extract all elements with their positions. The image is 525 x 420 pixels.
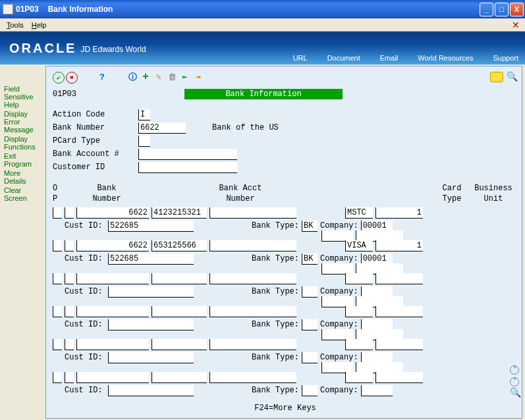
grid-op[interactable] (53, 273, 62, 284)
grid-acct-ext[interactable] (209, 339, 296, 350)
grid-business-unit[interactable] (375, 273, 423, 284)
input-customer-id[interactable] (138, 162, 237, 173)
grid-business-unit[interactable] (375, 339, 423, 350)
grid-bank-number[interactable] (76, 372, 149, 383)
sidebar-item-display-functions[interactable]: Display Functions (4, 134, 41, 151)
grid-acct-ext[interactable] (209, 273, 296, 284)
grid-business-unit[interactable] (375, 207, 423, 219)
zoom-icon[interactable]: 🔍 (510, 389, 519, 398)
grid-cust-id[interactable] (108, 286, 194, 298)
grid-acct-number[interactable] (152, 372, 207, 383)
grid-cust-id[interactable] (108, 352, 194, 363)
import-icon[interactable]: ⇥ (192, 72, 204, 84)
help-icon[interactable]: ? (96, 72, 108, 84)
grid-row (53, 371, 518, 384)
input-bank-number[interactable] (138, 122, 186, 134)
minimize-button[interactable]: _ (480, 3, 493, 16)
export-icon[interactable]: ⇤ (179, 72, 191, 84)
grid-card-type[interactable] (345, 339, 373, 350)
close-button[interactable]: X (510, 3, 524, 16)
edit-icon[interactable]: ✎ (153, 72, 165, 84)
message-icon[interactable] (490, 72, 503, 82)
label-cust-id: Cust ID: (65, 254, 105, 263)
sidebar-item-clear-screen[interactable]: Clear Screen (4, 186, 41, 203)
grid-x[interactable] (65, 207, 74, 219)
sidebar-item-field-sensitive-help[interactable]: Field Sensitive Help (4, 84, 41, 109)
input-bank-account[interactable] (138, 149, 237, 160)
grid-card-type[interactable] (345, 273, 373, 284)
menu-help[interactable]: Help (28, 20, 51, 30)
grid-bank-type[interactable] (302, 352, 318, 363)
label-bank-type: Bank Type: (252, 287, 299, 296)
grid-x[interactable] (65, 240, 74, 251)
grid-acct-ext[interactable] (209, 207, 296, 219)
grid-op[interactable] (53, 306, 62, 317)
grid-bank-number[interactable] (76, 207, 149, 219)
grid-bank-number[interactable] (76, 306, 149, 317)
grid-business-unit[interactable] (375, 306, 423, 317)
grid-company[interactable] (361, 385, 393, 396)
grid-cust-id[interactable] (108, 221, 194, 232)
col-unit: Unit (469, 194, 518, 205)
sidebar-item-display-error-message[interactable]: Display Error Message (4, 109, 41, 134)
grid-acct-number[interactable] (152, 339, 207, 350)
grid-acct-ext[interactable] (209, 372, 296, 383)
grid-bank-type[interactable] (302, 221, 318, 232)
grid-acct-number[interactable] (152, 273, 207, 284)
grid-acct-ext[interactable] (209, 240, 296, 251)
grid-x[interactable] (65, 273, 74, 284)
grid-acct-number[interactable] (152, 306, 207, 317)
link-document[interactable]: Document (327, 54, 360, 62)
grid-bank-type[interactable] (302, 253, 318, 265)
input-action-code[interactable] (138, 109, 150, 120)
grid-card-type[interactable] (345, 306, 373, 317)
cancel-icon[interactable]: ✖ (66, 72, 78, 84)
window-titlebar: 01P03 Bank Information _ □ X (0, 0, 525, 18)
grid-x[interactable] (65, 339, 74, 350)
accept-icon[interactable]: ✔ (53, 72, 65, 84)
grid-bank-number[interactable] (76, 273, 149, 284)
search-icon[interactable]: 🔍 (506, 72, 518, 84)
delete-icon[interactable]: 🗑 (166, 72, 178, 84)
maximize-button[interactable]: □ (495, 3, 509, 16)
grid-bank-type[interactable] (302, 286, 318, 298)
grid-cust-id[interactable] (108, 385, 194, 396)
label-cust-id: Cust ID: (65, 386, 105, 395)
label-cust-id: Cust ID: (65, 287, 105, 296)
sidebar-item-more-details[interactable]: More Details (4, 169, 41, 186)
info-icon[interactable]: ⓘ (126, 72, 138, 84)
link-email[interactable]: Email (380, 54, 399, 62)
add-icon[interactable]: + (140, 72, 152, 84)
menu-tools[interactable]: Tools (3, 20, 28, 30)
link-support[interactable]: Support (493, 54, 518, 62)
scroll-down-icon[interactable]: ˅ (510, 377, 519, 386)
grid-op[interactable] (53, 207, 62, 219)
grid-x[interactable] (65, 306, 74, 317)
grid-acct-ext[interactable] (209, 306, 296, 317)
label-customer-id: Customer ID (53, 163, 138, 172)
grid-business-unit[interactable] (375, 240, 423, 251)
grid-card-type[interactable] (345, 207, 373, 219)
grid-bank-type[interactable] (302, 319, 318, 330)
link-url[interactable]: URL (293, 54, 308, 62)
grid-cust-id[interactable] (108, 319, 194, 330)
grid-x[interactable] (65, 372, 74, 383)
grid-subrow: Cust ID:Bank Type:Company: (53, 351, 518, 364)
scroll-up-icon[interactable]: ˄ (510, 365, 519, 375)
sidebar-item-exit-program[interactable]: Exit Program (4, 151, 41, 169)
grid-op[interactable] (53, 240, 62, 251)
grid-cust-id[interactable] (108, 253, 194, 265)
link-world-resources[interactable]: World Resources (418, 54, 473, 62)
grid-business-unit[interactable] (375, 372, 423, 383)
grid-card-type[interactable] (345, 372, 373, 383)
grid-acct-number[interactable] (152, 240, 207, 251)
grid-op[interactable] (53, 372, 62, 383)
grid-bank-number[interactable] (76, 339, 149, 350)
grid-acct-number[interactable] (152, 207, 207, 219)
input-pcard-type[interactable] (138, 136, 150, 147)
grid-bank-number[interactable] (76, 240, 149, 251)
grid-bank-type[interactable] (302, 385, 318, 396)
col-bank: Bank (62, 184, 152, 194)
grid-op[interactable] (53, 339, 62, 350)
grid-card-type[interactable] (345, 240, 373, 251)
